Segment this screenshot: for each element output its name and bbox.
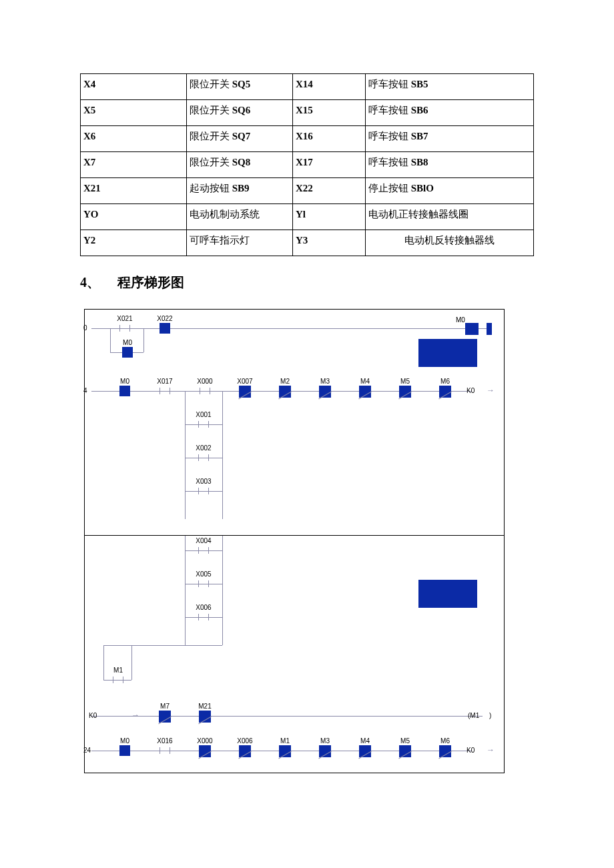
ladder-diagram: 0 X021 X022 M0 M0 4 bbox=[84, 309, 505, 773]
coil-label: K0 bbox=[467, 387, 475, 394]
io-table: X4限位开关 SQ5X14呼车按钮 SB5X5限位开关 SQ6X15呼车按钮 S… bbox=[80, 73, 534, 256]
table-cell: 限位开关 SQ7 bbox=[187, 126, 293, 152]
coil bbox=[465, 323, 479, 335]
table-cell: X4 bbox=[81, 74, 187, 100]
table-cell: Yl bbox=[293, 204, 366, 230]
table-cell: 停止按钮 SBlO bbox=[366, 178, 534, 204]
step-number: 4 bbox=[83, 387, 87, 394]
table-row: X4限位开关 SQ5X14呼车按钮 SB5 bbox=[81, 74, 534, 100]
section-title: 程序梯形图 bbox=[117, 275, 184, 290]
coil-label: M0 bbox=[456, 316, 465, 324]
table-row: YO电动机制动系统Yl电动机正转接触器线圈 bbox=[81, 204, 534, 230]
table-cell: 呼车按钮 SB7 bbox=[366, 126, 534, 152]
table-cell: X7 bbox=[81, 152, 187, 178]
table-cell: 呼车按钮 SB8 bbox=[366, 152, 534, 178]
table-row: X21起动按钮 SB9X22停止按钮 SBlO bbox=[81, 178, 534, 204]
table-row: X5限位开关 SQ6X15呼车按钮 SB6 bbox=[81, 100, 534, 126]
continuation-arrow: → bbox=[487, 386, 495, 395]
table-cell: YO bbox=[81, 204, 187, 230]
table-cell: X5 bbox=[81, 100, 187, 126]
section-heading: 4、程序梯形图 bbox=[80, 274, 534, 292]
table-cell: X16 bbox=[293, 126, 366, 152]
table-cell: 电动机反转接触器线 bbox=[366, 230, 534, 256]
table-cell: 限位开关 SQ8 bbox=[187, 152, 293, 178]
continuation-arrow: → bbox=[487, 745, 495, 755]
table-row: X6限位开关 SQ7X16呼车按钮 SB7 bbox=[81, 126, 534, 152]
table-cell: 呼车按钮 SB6 bbox=[366, 100, 534, 126]
coil-end: ) bbox=[489, 712, 491, 719]
coil-label: K0 bbox=[89, 712, 97, 719]
step-number: 0 bbox=[83, 324, 87, 332]
ladder-block-2: X004X005X006 M1 K0 → M7 M21 bbox=[84, 536, 505, 773]
coil-label: (M1 bbox=[468, 712, 479, 719]
table-cell: X15 bbox=[293, 100, 366, 126]
table-cell: Y3 bbox=[293, 230, 366, 256]
table-cell: 电动机正转接触器线圈 bbox=[366, 204, 534, 230]
coil bbox=[487, 323, 492, 335]
table-row: X7限位开关 SQ8X17呼车按钮 SB8 bbox=[81, 152, 534, 178]
table-cell: 限位开关 SQ5 bbox=[187, 74, 293, 100]
table-cell: 限位开关 SQ6 bbox=[187, 100, 293, 126]
table-cell: Y2 bbox=[81, 230, 187, 256]
highlight-block bbox=[418, 339, 477, 367]
section-number: 4、 bbox=[80, 275, 100, 290]
highlight-block bbox=[418, 580, 477, 608]
continuation-arrow: → bbox=[131, 711, 139, 720]
step-number: 24 bbox=[83, 747, 91, 754]
table-cell: X21 bbox=[81, 178, 187, 204]
table-row: Y2可呼车指示灯Y3电动机反转接触器线 bbox=[81, 230, 534, 256]
table-cell: X14 bbox=[293, 74, 366, 100]
table-cell: 呼车按钮 SB5 bbox=[366, 74, 534, 100]
ladder-block-1: 0 X021 X022 M0 M0 4 bbox=[84, 309, 505, 536]
table-cell: 起动按钮 SB9 bbox=[187, 178, 293, 204]
table-cell: X17 bbox=[293, 152, 366, 178]
table-cell: X22 bbox=[293, 178, 366, 204]
table-cell: 可呼车指示灯 bbox=[187, 230, 293, 256]
table-cell: X6 bbox=[81, 126, 187, 152]
coil-label: K0 bbox=[467, 747, 475, 754]
table-cell: 电动机制动系统 bbox=[187, 204, 293, 230]
